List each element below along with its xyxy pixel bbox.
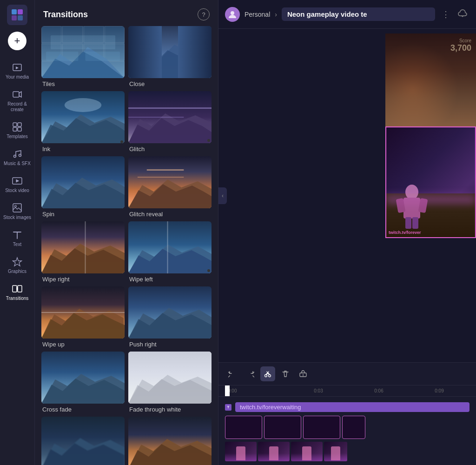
video-thumb-4[interactable] [324, 442, 347, 461]
text-track-label[interactable]: twitch.tv/foreverwaiting [235, 402, 469, 412]
svg-point-64 [265, 375, 267, 377]
transition-spin[interactable]: Spin [41, 156, 125, 218]
transition-wipe-left[interactable]: Wipe left [128, 221, 212, 283]
cut-button[interactable] [260, 366, 275, 381]
panel-header: Transitions ? [35, 0, 218, 26]
transition-wipe-up[interactable]: Wipe up [41, 286, 125, 348]
track-clip-4[interactable] [342, 416, 365, 439]
svg-rect-1 [18, 9, 23, 14]
svg-point-14 [15, 206, 17, 207]
transition-thumb-glitch-reveal [128, 156, 212, 208]
track-clip-2[interactable] [264, 416, 301, 439]
video-thumb-3[interactable] [291, 442, 323, 461]
transition-cross-fade[interactable]: Cross fade [41, 352, 125, 413]
track-video-strip [218, 439, 476, 461]
user-avatar[interactable] [225, 7, 240, 22]
svg-point-56 [231, 11, 234, 15]
sidebar-item-transitions[interactable]: Transitions [0, 279, 34, 306]
sidebar-item-stock-images[interactable]: Stock images [0, 198, 34, 225]
transition-push-down[interactable]: Push down [128, 417, 212, 465]
transition-label-wipe-up: Wipe up [41, 341, 125, 348]
svg-rect-13 [13, 204, 21, 212]
svg-rect-35 [147, 169, 184, 171]
cloud-icon[interactable] [456, 6, 469, 22]
sidebar-item-templates[interactable]: Templates [0, 117, 34, 144]
panel-title: Transitions [43, 10, 88, 20]
transition-thumb-cross-fade [41, 352, 125, 404]
transition-tiles[interactable]: Tiles [41, 26, 125, 87]
collapse-button[interactable]: ‹ [218, 187, 227, 204]
sidebar-item-graphics[interactable]: Graphics [0, 252, 34, 279]
transition-close[interactable]: Close [128, 26, 212, 87]
transition-thumb-fade-white [128, 352, 212, 404]
delete-button[interactable] [278, 366, 293, 381]
preview-canvas: Score 3,700 [385, 33, 476, 238]
transition-label-tiles: Tiles [41, 80, 125, 87]
transition-thumb-close [128, 26, 212, 78]
redo-button[interactable] [243, 366, 258, 381]
transition-thumb-tiles [41, 26, 125, 78]
transition-thumb-wipe-right [41, 221, 125, 273]
transition-fade-white[interactable]: Fade through white [128, 352, 212, 413]
detach-audio-button[interactable] [296, 366, 311, 381]
timeline-ruler: 0:00 0:03 0:06 0:09 [218, 385, 476, 397]
video-thumb-2[interactable] [258, 442, 290, 461]
svg-rect-62 [405, 217, 411, 229]
transition-label-glitch-reveal: Glitch reveal [128, 211, 212, 218]
svg-point-11 [19, 154, 21, 157]
transitions-panel: Transitions ? Tiles [35, 0, 218, 465]
transition-label-spin: Spin [41, 211, 125, 218]
transition-wipe-right[interactable]: Wipe right [41, 221, 125, 283]
add-button[interactable]: + [8, 32, 26, 50]
sidebar-item-record-create[interactable]: Record &create [0, 85, 34, 117]
ruler-tick-1: 0:03 [288, 388, 349, 393]
svg-rect-29 [128, 107, 212, 109]
preview-top-section: Score 3,700 [385, 33, 476, 126]
track-clip-3[interactable] [303, 416, 340, 439]
transition-label-ink: Ink [41, 146, 125, 153]
text-track-indicator: T [225, 404, 231, 411]
project-name[interactable]: Neon gameplay video te [282, 7, 435, 21]
right-area: Personal › Neon gameplay video te ⋮ ‹ Sc… [218, 0, 476, 465]
track-clip-1[interactable] [225, 416, 262, 439]
svg-rect-8 [13, 127, 17, 131]
svg-rect-63 [412, 217, 418, 229]
undo-button[interactable] [225, 366, 240, 381]
transition-glitch-reveal[interactable]: Glitch reveal [128, 156, 212, 218]
more-menu-icon[interactable]: ⋮ [440, 7, 452, 21]
app-logo[interactable] [7, 5, 27, 25]
svg-rect-0 [12, 9, 17, 14]
video-thumb-1[interactable] [225, 442, 257, 461]
svg-rect-19 [51, 35, 115, 49]
transition-glitch[interactable]: Glitch [128, 91, 212, 153]
track-clips [218, 416, 476, 439]
svg-rect-20 [46, 52, 79, 61]
sidebar-item-your-media[interactable]: Your media [0, 58, 34, 85]
sidebar-item-text[interactable]: Text [0, 225, 34, 252]
svg-rect-21 [85, 52, 120, 61]
timeline-playhead[interactable] [225, 385, 230, 397]
transition-thumb-push-right [128, 286, 212, 339]
transition-push-right[interactable]: Push right [128, 286, 212, 348]
sidebar-item-music-sfx[interactable]: Music & SFX [0, 144, 34, 171]
breadcrumb-personal: Personal [245, 11, 270, 18]
track-text: T twitch.tv/foreverwaiting [218, 400, 476, 416]
top-bar-icons: ⋮ [440, 6, 469, 22]
transition-ink[interactable]: Ink [41, 91, 125, 153]
help-icon[interactable]: ? [198, 8, 210, 20]
transition-thumb-glitch [128, 91, 212, 143]
svg-rect-5 [13, 92, 19, 97]
transition-thumb-wipe-up [41, 286, 125, 339]
timeline-toolbar [218, 363, 476, 385]
transition-cross-blur[interactable]: Cross blur [41, 417, 125, 465]
preview-bottom-section: twitch.tv/forever [385, 126, 476, 238]
svg-rect-9 [18, 127, 21, 131]
svg-rect-3 [18, 15, 23, 20]
transition-label-push-right: Push right [128, 341, 212, 348]
sidebar-item-stock-video[interactable]: Stock video [0, 171, 34, 198]
transition-label-wipe-right: Wipe right [41, 276, 125, 283]
ruler-tick-3: 0:09 [409, 388, 469, 393]
svg-rect-59 [403, 198, 420, 219]
transition-label-cross-fade: Cross fade [41, 406, 125, 413]
preview-area: ‹ Score 3,700 [218, 29, 476, 362]
